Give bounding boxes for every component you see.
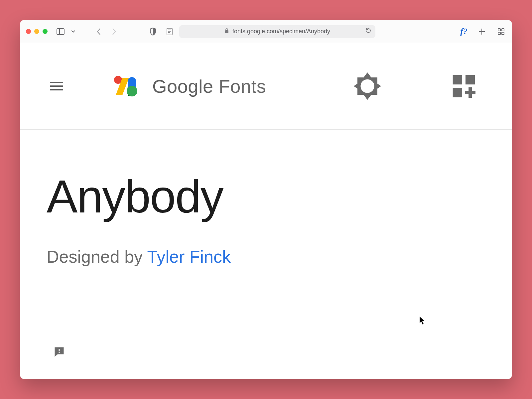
window-controls bbox=[26, 29, 48, 34]
svg-rect-12 bbox=[502, 32, 504, 35]
svg-rect-19 bbox=[453, 88, 462, 97]
mouse-cursor-icon bbox=[419, 316, 426, 325]
feedback-button[interactable] bbox=[53, 346, 66, 359]
svg-point-16 bbox=[360, 79, 374, 93]
designer-credit: Designed by Tyler Finck bbox=[47, 247, 512, 267]
browser-toolbar: fonts.google.com/specimen/Anybody f? bbox=[20, 20, 512, 43]
sidebar-toggle-icon[interactable] bbox=[56, 27, 66, 37]
zoom-window-button[interactable] bbox=[43, 29, 48, 34]
svg-rect-17 bbox=[453, 75, 462, 84]
forward-button[interactable] bbox=[109, 27, 119, 37]
lock-icon bbox=[224, 28, 229, 35]
svg-rect-9 bbox=[498, 29, 500, 31]
svg-rect-0 bbox=[57, 29, 64, 35]
svg-rect-2 bbox=[167, 28, 172, 35]
url-text: fonts.google.com/specimen/Anybody bbox=[232, 28, 330, 35]
menu-button[interactable] bbox=[50, 79, 63, 93]
svg-point-15 bbox=[127, 86, 137, 96]
reader-mode-icon[interactable] bbox=[165, 27, 175, 37]
svg-rect-22 bbox=[59, 349, 60, 351]
close-window-button[interactable] bbox=[26, 29, 31, 34]
privacy-shield-icon[interactable] bbox=[148, 27, 158, 37]
specimen-section: Anybody Designed by Tyler Finck bbox=[20, 130, 512, 267]
svg-rect-11 bbox=[498, 32, 500, 35]
font-name-heading: Anybody bbox=[47, 170, 512, 223]
designed-by-label: Designed by bbox=[47, 247, 147, 266]
brand-bold: Google bbox=[152, 76, 213, 97]
minimize-window-button[interactable] bbox=[34, 29, 39, 34]
svg-rect-18 bbox=[466, 75, 475, 84]
google-fonts-mark-icon bbox=[113, 75, 143, 97]
svg-rect-6 bbox=[225, 30, 228, 33]
svg-rect-23 bbox=[59, 352, 60, 353]
reload-icon[interactable] bbox=[365, 28, 371, 35]
google-fonts-wordmark: Google Fonts bbox=[152, 75, 266, 97]
site-header: Google Fonts bbox=[20, 43, 512, 130]
brand-light: Fonts bbox=[213, 76, 266, 97]
address-bar[interactable]: fonts.google.com/specimen/Anybody bbox=[179, 25, 375, 38]
sidebar-toggle-group bbox=[56, 27, 78, 37]
header-actions bbox=[352, 71, 499, 101]
selected-families-button[interactable] bbox=[449, 71, 479, 101]
page-content: Google Fonts bbox=[20, 43, 512, 379]
svg-rect-10 bbox=[502, 29, 504, 31]
new-tab-button[interactable] bbox=[477, 27, 487, 37]
tab-overview-icon[interactable] bbox=[496, 27, 506, 37]
browser-window: fonts.google.com/specimen/Anybody f? bbox=[20, 20, 512, 379]
back-button[interactable] bbox=[94, 27, 104, 37]
theme-toggle-button[interactable] bbox=[352, 71, 382, 101]
chevron-down-icon[interactable] bbox=[68, 27, 78, 37]
font-extension-icon[interactable]: f? bbox=[460, 27, 467, 37]
designer-link[interactable]: Tyler Finck bbox=[147, 247, 231, 266]
google-fonts-logo[interactable]: Google Fonts bbox=[113, 75, 266, 97]
